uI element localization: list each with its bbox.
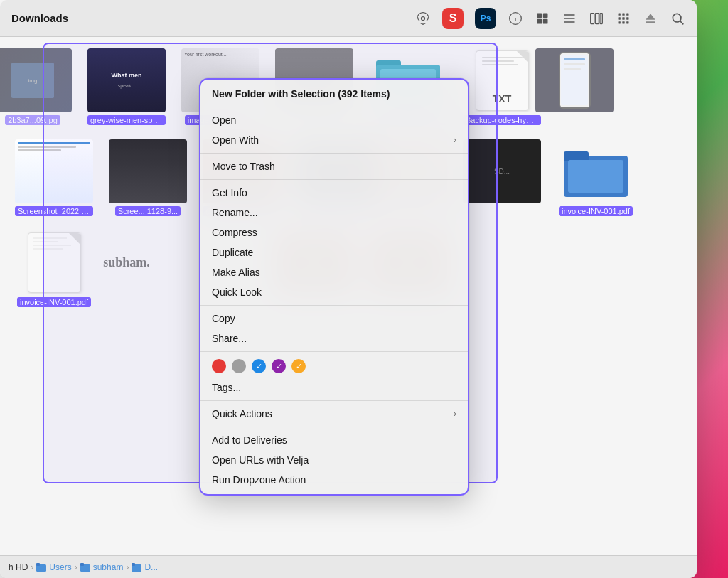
- photoshop-app-icon[interactable]: Ps: [475, 8, 496, 29]
- toolbar-icons: S Ps: [415, 8, 685, 29]
- tag-gray[interactable]: [232, 359, 246, 373]
- menu-item-label: Rename...: [212, 207, 258, 218]
- svg-rect-5: [543, 13, 548, 18]
- menu-separator: [200, 107, 468, 107]
- breadcrumb-users[interactable]: Users: [49, 562, 71, 572]
- menu-separator: [200, 305, 468, 306]
- breadcrumb-subham[interactable]: subham: [93, 562, 124, 572]
- menu-item-new-folder[interactable]: New Folder with Selection (392 Items): [200, 84, 468, 104]
- eject-icon[interactable]: [643, 11, 658, 26]
- menu-item-label: Tags...: [212, 382, 241, 393]
- menu-item-label: Open With: [212, 134, 259, 146]
- file-item[interactable]: SD...: [459, 137, 545, 219]
- breadcrumb-folder-icon: [80, 563, 90, 572]
- menu-separator: [200, 351, 468, 352]
- sangam-app-icon[interactable]: S: [442, 8, 464, 29]
- menu-item-open[interactable]: Open: [200, 110, 468, 130]
- breadcrumb-folder-icon: [36, 563, 46, 572]
- tag-purple[interactable]: [272, 359, 286, 373]
- svg-point-25: [673, 14, 681, 22]
- menu-item-label: Open: [212, 114, 236, 126]
- airdrop-icon[interactable]: [415, 11, 431, 26]
- menu-item-make-alias[interactable]: Make Alias: [200, 262, 468, 282]
- svg-rect-17: [619, 17, 621, 19]
- menu-item-quick-actions[interactable]: Quick Actions ›: [200, 404, 468, 424]
- window-title: Downloads: [11, 12, 407, 24]
- menu-item-copy[interactable]: Copy: [200, 309, 468, 328]
- menu-item-get-info[interactable]: Get Info: [200, 183, 468, 203]
- submenu-arrow-icon: ›: [454, 409, 456, 419]
- svg-rect-7: [543, 18, 548, 23]
- svg-rect-24: [646, 21, 655, 23]
- file-item[interactable]: [532, 46, 617, 128]
- file-item[interactable]: Screenshot_2022 1217-13...5 (1).png: [11, 137, 97, 219]
- menu-item-quick-look[interactable]: Quick Look: [200, 282, 468, 302]
- svg-rect-6: [537, 18, 542, 23]
- file-item[interactable]: Scree... 1128-9...: [105, 137, 191, 219]
- menu-item-label: Make Alias: [212, 267, 260, 278]
- menu-item-move-to-trash[interactable]: Move to Trash: [200, 156, 468, 176]
- svg-rect-42: [132, 563, 135, 566]
- file-item[interactable]: What men speak... grey-wise-men-speak-b.…: [84, 46, 169, 128]
- menu-item-open-urls-velja[interactable]: Open URLs with Velja: [200, 450, 468, 470]
- menu-item-duplicate[interactable]: Duplicate: [200, 242, 468, 262]
- file-name: Scree... 1128-9...: [115, 206, 181, 216]
- file-name: grey-wise-men-speak-b...ethi.jpg: [87, 115, 166, 125]
- menu-item-share[interactable]: Share...: [200, 328, 468, 348]
- info-icon[interactable]: [508, 11, 523, 26]
- file-item[interactable]: img 2b3a7...09.jpg: [0, 46, 75, 128]
- menu-item-add-deliveries[interactable]: Add to Deliveries: [200, 430, 468, 450]
- svg-marker-23: [646, 14, 655, 19]
- svg-rect-19: [626, 17, 628, 19]
- list-view-icon[interactable]: [562, 11, 577, 26]
- menu-item-rename[interactable]: Rename...: [200, 203, 468, 223]
- finder-window: Downloads S Ps: [0, 0, 697, 578]
- menu-item-label: Share...: [212, 333, 247, 344]
- column-view-icon[interactable]: [589, 11, 604, 26]
- menu-separator: [200, 427, 468, 427]
- svg-rect-21: [622, 21, 624, 23]
- file-name: Backup-codes-hyperas...ming.txt: [463, 115, 541, 125]
- menu-item-label: Run Dropzone Action: [212, 474, 306, 486]
- svg-rect-22: [626, 21, 628, 23]
- svg-line-26: [680, 21, 684, 24]
- context-menu: New Folder with Selection (392 Items) Op…: [199, 78, 469, 496]
- svg-rect-13: [600, 13, 602, 23]
- svg-rect-15: [622, 13, 624, 15]
- menu-item-tags[interactable]: Tags...: [200, 378, 468, 397]
- svg-rect-20: [619, 21, 621, 23]
- menu-item-label: Get Info: [212, 187, 247, 198]
- breadcrumb-folder-icon: [132, 563, 141, 572]
- svg-rect-14: [619, 13, 621, 15]
- tags-color-row: [200, 355, 468, 378]
- menu-item-label: Duplicate: [212, 247, 253, 258]
- menu-item-open-with[interactable]: Open With ›: [200, 130, 468, 150]
- svg-rect-33: [568, 160, 623, 193]
- file-name: invoice-INV-001.pdf: [17, 297, 91, 307]
- breadcrumb-hd[interactable]: h HD: [9, 562, 28, 572]
- file-item-drive-icons[interactable]: invoice-INV-001.pdf: [553, 137, 638, 219]
- file-item[interactable]: subham.: [84, 228, 169, 310]
- menu-item-label: Compress: [212, 227, 257, 238]
- gallery-view-icon[interactable]: [616, 11, 631, 26]
- grid-view-icon[interactable]: [535, 11, 550, 26]
- menu-item-run-dropzone[interactable]: Run Dropzone Action: [200, 470, 468, 490]
- tag-blue[interactable]: [252, 359, 266, 373]
- file-name: Screenshot_2022 1217-13...5 (1).png: [15, 206, 93, 216]
- breadcrumb-downloads[interactable]: D...: [144, 562, 158, 572]
- svg-point-0: [422, 16, 425, 20]
- menu-item-label: Quick Actions: [212, 408, 272, 419]
- menu-item-label: Move to Trash: [212, 161, 275, 172]
- svg-rect-11: [591, 13, 594, 23]
- menu-item-compress[interactable]: Compress: [200, 223, 468, 242]
- tag-red[interactable]: [212, 359, 226, 373]
- svg-rect-12: [595, 13, 599, 23]
- search-icon[interactable]: [670, 11, 685, 26]
- menu-item-label: Quick Look: [212, 287, 262, 298]
- breadcrumb-separator: ›: [126, 562, 129, 572]
- menu-separator: [200, 179, 468, 180]
- tag-yellow[interactable]: [291, 359, 306, 373]
- menu-item-label: Copy: [212, 313, 235, 324]
- file-name: invoice-INV-001.pdf: [559, 206, 633, 216]
- menu-separator: [200, 400, 468, 401]
